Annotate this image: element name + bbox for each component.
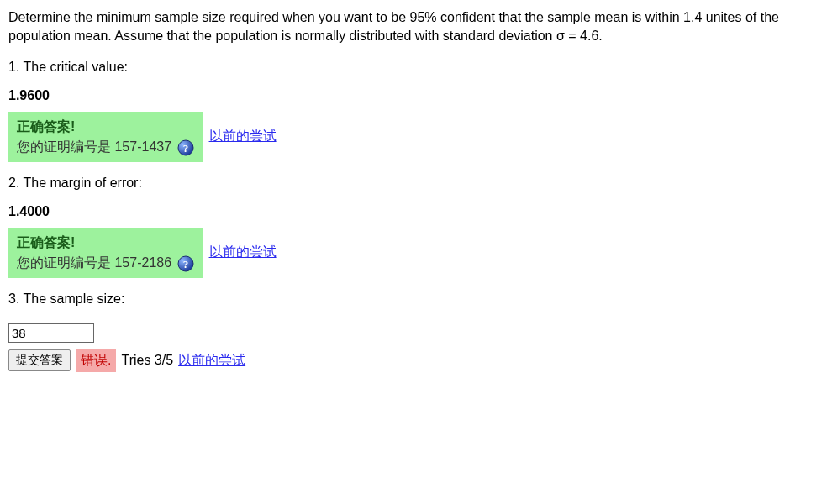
- svg-text:?: ?: [182, 142, 188, 155]
- receipt-line: 您的证明编号是 157-2186 ?: [17, 253, 194, 273]
- previous-attempts-link[interactable]: 以前的尝试: [178, 352, 245, 370]
- help-icon[interactable]: ?: [177, 255, 194, 272]
- previous-attempts-link[interactable]: 以前的尝试: [209, 244, 277, 261]
- tries-counter: Tries 3/5: [121, 353, 173, 368]
- error-feedback: 错误.: [76, 349, 116, 372]
- question-1-label: 1. The critical value:: [8, 60, 819, 75]
- correct-title: 正确答案!: [17, 233, 194, 253]
- correct-feedback-box: 正确答案! 您的证明编号是 157-2186 ?: [8, 228, 203, 278]
- receipt-line: 您的证明编号是 157-1437 ?: [17, 137, 194, 157]
- previous-attempts-link[interactable]: 以前的尝试: [209, 128, 277, 145]
- correct-title: 正确答案!: [17, 117, 194, 137]
- question-3-label: 3. The sample size:: [8, 291, 819, 307]
- receipt-prefix: 您的证明编号是: [17, 139, 114, 154]
- receipt-number: 157-1437: [114, 139, 171, 154]
- question-2-feedback-row: 正确答案! 您的证明编号是 157-2186 ? 以前的尝试: [8, 228, 819, 278]
- problem-statement: Determine the minimum sample size requir…: [8, 8, 819, 46]
- question-1-answer: 1.9600: [8, 88, 819, 103]
- correct-feedback-box: 正确答案! 您的证明编号是 157-1437 ?: [8, 112, 203, 162]
- svg-text:?: ?: [182, 258, 188, 270]
- question-3-submit-row: 提交答案 错误. Tries 3/5 以前的尝试: [8, 349, 819, 372]
- submit-answer-button[interactable]: 提交答案: [8, 349, 71, 371]
- receipt-prefix: 您的证明编号是: [17, 255, 114, 270]
- question-2-label: 2. The margin of error:: [8, 176, 819, 191]
- receipt-number: 157-2186: [114, 255, 171, 270]
- sample-size-input[interactable]: [8, 323, 94, 343]
- question-2-answer: 1.4000: [8, 204, 819, 219]
- question-1-feedback-row: 正确答案! 您的证明编号是 157-1437 ? 以前的尝试: [8, 112, 819, 162]
- help-icon[interactable]: ?: [177, 139, 194, 156]
